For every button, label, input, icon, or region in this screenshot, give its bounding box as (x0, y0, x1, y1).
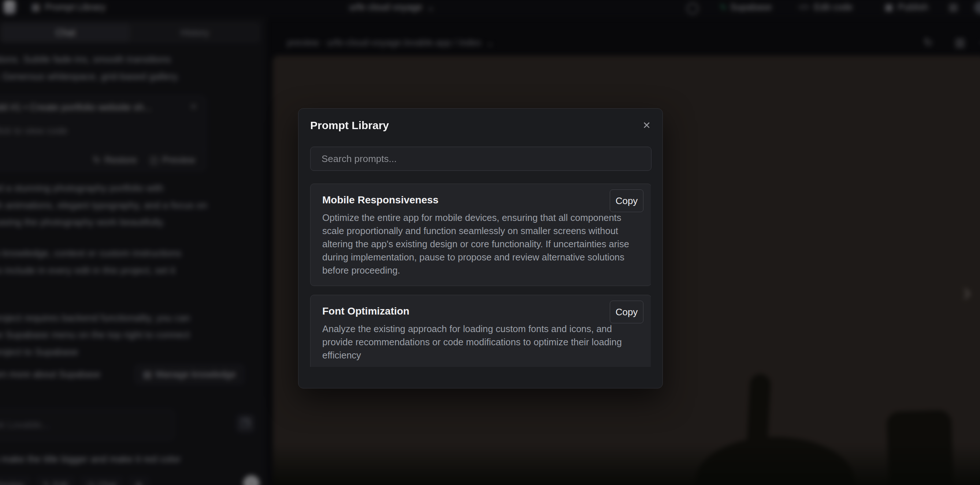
prompt-title: Mobile Responsiveness (322, 193, 640, 208)
prompt-list: Mobile Responsiveness Copy Optimize the … (310, 184, 651, 367)
prompt-title: Font Optimization (322, 304, 640, 319)
copy-button[interactable]: Copy (610, 301, 643, 323)
copy-button[interactable]: Copy (610, 189, 643, 212)
app-root: ▦ Prompt Library urfe cloud voyage ⌄ ◯ ϟ… (0, 0, 980, 485)
prompt-description: Optimize the entire app for mobile devic… (322, 211, 644, 277)
modal-header: Prompt Library ✕ (310, 117, 651, 133)
modal-title: Prompt Library (310, 119, 389, 132)
prompt-card-mobile-responsiveness: Mobile Responsiveness Copy Optimize the … (310, 184, 651, 286)
search-input[interactable] (310, 147, 652, 171)
prompt-description: Analyze the existing approach for loadin… (322, 322, 644, 362)
close-icon[interactable]: ✕ (642, 120, 651, 131)
prompt-card-font-optimization: Font Optimization Copy Analyze the exist… (310, 295, 651, 367)
prompt-library-modal: Prompt Library ✕ Mobile Responsiveness C… (298, 108, 663, 388)
